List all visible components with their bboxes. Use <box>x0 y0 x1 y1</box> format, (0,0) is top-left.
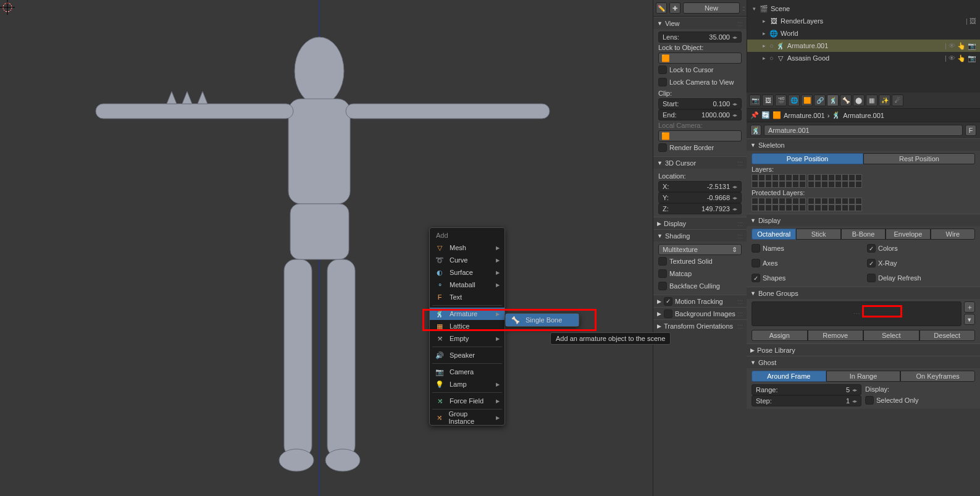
data-type-icon[interactable]: 🕺 <box>750 125 761 136</box>
panel-transformorient-header[interactable]: ▶Transform Orientations::: <box>653 319 747 332</box>
outliner-row-world[interactable]: ▸🌐World <box>747 27 980 40</box>
layer-cell[interactable] <box>752 174 758 181</box>
colors-checkbox[interactable] <box>867 244 876 253</box>
layer-cell[interactable] <box>842 204 848 211</box>
display-type-envelope[interactable]: Envelope <box>886 229 930 240</box>
layer-cell[interactable] <box>815 198 821 204</box>
layer-cell[interactable] <box>808 181 815 188</box>
layer-cell[interactable] <box>815 174 821 181</box>
layer-cell[interactable] <box>792 174 799 181</box>
ghost-onkey-button[interactable]: On Keyframes <box>900 371 975 382</box>
shading-mode-dropdown[interactable]: Multitexture⇕ <box>658 244 742 255</box>
menu-item-curve[interactable]: ➰Curve▶ <box>430 254 505 266</box>
motion-track-checkbox[interactable] <box>664 297 672 306</box>
outliner-row-renderlayers[interactable]: ▸🖼RenderLayers| 🖼 <box>747 15 980 27</box>
layer-cell[interactable] <box>799 174 806 181</box>
refresh-icon[interactable]: 🔄 <box>761 111 770 119</box>
tab-scene[interactable]: 🎬 <box>775 95 787 106</box>
menu-item-text[interactable]: FText <box>430 291 505 303</box>
layer-cell[interactable] <box>855 198 862 204</box>
layer-cell[interactable] <box>765 204 772 211</box>
deselect-button[interactable]: Deselect <box>919 330 976 341</box>
crumb-object[interactable]: Armature.001 <box>784 112 825 119</box>
layer-cell[interactable] <box>792 198 799 204</box>
layer-cell[interactable] <box>815 181 821 188</box>
panel-view-header[interactable]: ▼View::: <box>653 17 747 29</box>
submenu-single-bone[interactable]: 🦴 Single Bone <box>506 314 579 326</box>
layer-cell[interactable] <box>799 204 806 211</box>
outliner-row-assasin-good[interactable]: ▸○▽Assasin Good| 👁 👆 📷 <box>747 52 980 64</box>
ghost-range-field[interactable]: Range:5◂▸ <box>752 384 861 395</box>
viewport-3d[interactable] <box>0 0 653 496</box>
layer-cell[interactable] <box>779 204 785 211</box>
axes-checkbox[interactable] <box>752 259 760 267</box>
bonegroup-add-button[interactable]: ＋ <box>964 301 975 313</box>
layer-cell[interactable] <box>842 198 848 204</box>
bonegroup-menu-button[interactable]: ▾ <box>964 314 975 325</box>
menu-item-armature[interactable]: 🕺Armature▶ <box>430 308 505 320</box>
clip-start-field[interactable]: Start:0.100◂▸ <box>658 98 742 109</box>
layer-cell[interactable] <box>758 181 765 188</box>
layer-cell[interactable] <box>842 174 848 181</box>
pin-icon[interactable]: 📌 <box>750 111 759 119</box>
layer-cell[interactable] <box>855 204 862 211</box>
layer-cell[interactable] <box>808 204 815 211</box>
layer-cell[interactable] <box>808 198 815 204</box>
layer-cell[interactable] <box>815 204 821 211</box>
layer-cell[interactable] <box>828 204 835 211</box>
lock-cursor-checkbox[interactable] <box>658 65 667 74</box>
layer-cell[interactable] <box>855 181 862 188</box>
layer-cell[interactable] <box>779 198 785 204</box>
panel-poselib-header[interactable]: ▶Pose Library <box>747 343 980 356</box>
layer-cell[interactable] <box>835 181 842 188</box>
backface-checkbox[interactable] <box>658 282 667 290</box>
ghost-selonly-checkbox[interactable] <box>865 396 874 405</box>
layer-cell[interactable] <box>772 174 779 181</box>
ghost-inrange-button[interactable]: In Range <box>826 371 901 382</box>
menu-item-lamp[interactable]: 💡Lamp▶ <box>430 378 505 390</box>
menu-item-surface[interactable]: ◐Surface▶ <box>430 266 505 279</box>
layer-cell[interactable] <box>758 198 765 204</box>
panel-3dcursor-header[interactable]: ▼3D Cursor::: <box>653 156 747 169</box>
fake-user-button[interactable]: F <box>965 125 976 136</box>
menu-item-mesh[interactable]: ▽Mesh▶ <box>430 242 505 254</box>
layer-cell[interactable] <box>808 174 815 181</box>
armature-layers[interactable] <box>752 174 975 188</box>
bgimg-checkbox[interactable] <box>664 309 672 318</box>
cursor-x-field[interactable]: X:-2.5131◂▸ <box>658 181 742 192</box>
layer-cell[interactable] <box>779 174 785 181</box>
layer-cell[interactable] <box>758 204 765 211</box>
layer-cell[interactable] <box>848 198 855 204</box>
render-border-checkbox[interactable] <box>658 143 667 152</box>
lock-camera-checkbox[interactable] <box>658 78 667 86</box>
add-menu[interactable]: Add ▽Mesh▶➰Curve▶◐Surface▶⚬Metaball▶FTex… <box>429 227 505 426</box>
layer-cell[interactable] <box>855 174 862 181</box>
crumb-data[interactable]: Armature.001 <box>843 112 884 119</box>
remove-button[interactable]: Remove <box>808 330 864 341</box>
layer-cell[interactable] <box>821 181 828 188</box>
layer-cell[interactable] <box>758 174 765 181</box>
layer-cell[interactable] <box>821 174 828 181</box>
layer-cell[interactable] <box>765 198 772 204</box>
display-type-octahedral[interactable]: Octahedral <box>752 229 796 240</box>
layer-cell[interactable] <box>785 204 792 211</box>
panel-skeleton-header[interactable]: ▼Skeleton <box>747 138 980 151</box>
layer-cell[interactable] <box>752 181 758 188</box>
tab-texture[interactable]: ▦ <box>866 95 877 106</box>
layer-cell[interactable] <box>785 198 792 204</box>
tab-material[interactable]: ⬤ <box>853 95 865 106</box>
tab-constraints[interactable]: 🔗 <box>814 95 826 106</box>
outliner-row-scene[interactable]: ▾🎬Scene <box>747 2 980 15</box>
protected-layers[interactable] <box>752 198 975 211</box>
layer-cell[interactable] <box>772 181 779 188</box>
panel-bgimages-header[interactable]: ▶Background Images::: <box>653 307 747 319</box>
outliner[interactable]: ▾🎬Scene▸🖼RenderLayers| 🖼▸🌐World▸○🕺Armatu… <box>747 0 980 93</box>
panel-ghost-header[interactable]: ▼Ghost <box>747 356 980 368</box>
layer-cell[interactable] <box>785 174 792 181</box>
layer-cell[interactable] <box>792 181 799 188</box>
matcap-checkbox[interactable] <box>658 269 667 278</box>
panel-bonegroups-header[interactable]: ▼Bone Groups <box>747 287 980 299</box>
layer-cell[interactable] <box>772 198 779 204</box>
tab-bone[interactable]: 🦴 <box>840 95 852 106</box>
layer-cell[interactable] <box>848 174 855 181</box>
